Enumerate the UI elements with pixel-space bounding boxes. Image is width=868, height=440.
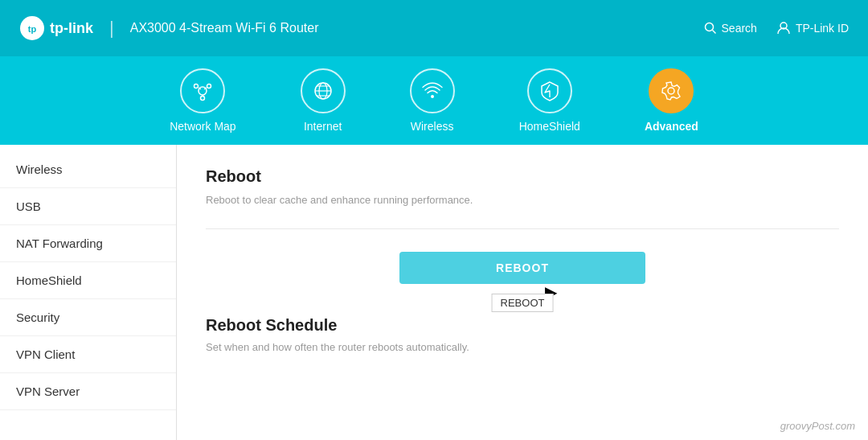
advanced-icon	[660, 80, 682, 102]
sidebar-item-wireless[interactable]: Wireless	[0, 151, 176, 188]
sidebar-item-vpn-client[interactable]: VPN Client	[0, 336, 176, 373]
nav-item-network-map[interactable]: Network Map	[170, 68, 235, 133]
nav-label-internet: Internet	[304, 120, 342, 133]
nav-label-wireless: Wireless	[411, 120, 454, 133]
watermark: groovyPost.com	[780, 420, 855, 432]
nav-item-advanced[interactable]: Advanced	[645, 68, 698, 133]
sidebar-item-nat-forwarding[interactable]: NAT Forwarding	[0, 225, 176, 262]
search-icon	[704, 22, 717, 35]
svg-point-6	[194, 84, 199, 88]
reboot-section-desc: Reboot to clear cache and enhance runnin…	[206, 194, 839, 206]
network-map-icon	[191, 80, 214, 102]
header-right: Search TP-Link ID	[704, 21, 849, 35]
search-label: Search	[722, 22, 757, 35]
router-model: AX3000 4-Stream Wi-Fi 6 Router	[130, 21, 319, 35]
search-button[interactable]: Search	[704, 22, 757, 35]
account-label: TP-Link ID	[796, 22, 849, 35]
reboot-tooltip: REBOOT	[492, 294, 554, 312]
internet-icon-circle	[301, 68, 346, 113]
nav-bar: Network Map Internet Wireless	[0, 56, 868, 145]
homeshield-icon-circle	[527, 68, 572, 113]
sidebar: Wireless USB NAT Forwarding HomeShield S…	[0, 145, 177, 440]
sidebar-item-homeshield[interactable]: HomeShield	[0, 262, 176, 299]
reboot-section-title: Reboot	[206, 167, 839, 186]
sidebar-item-vpn-server[interactable]: VPN Server	[0, 373, 176, 410]
main-wrapper: Wireless USB NAT Forwarding HomeShield S…	[0, 145, 868, 440]
header: tp tp-link | AX3000 4-Stream Wi-Fi 6 Rou…	[0, 0, 868, 56]
logo-text: tp-link	[50, 20, 93, 37]
svg-line-3	[712, 31, 715, 34]
nav-label-advanced: Advanced	[645, 120, 698, 133]
network-map-icon-circle	[180, 68, 225, 113]
internet-icon	[312, 80, 334, 102]
nav-item-internet[interactable]: Internet	[301, 68, 346, 133]
wireless-icon	[421, 80, 444, 102]
svg-point-2	[705, 23, 713, 31]
svg-point-7	[207, 84, 211, 88]
svg-point-17	[431, 95, 434, 98]
svg-point-18	[668, 88, 674, 94]
svg-point-8	[201, 97, 205, 101]
schedule-section: Reboot Schedule Set when and how often t…	[206, 316, 839, 353]
sidebar-item-security[interactable]: Security	[0, 299, 176, 336]
schedule-desc: Set when and how often the router reboot…	[206, 341, 839, 353]
reboot-button[interactable]: REBOOT	[399, 252, 645, 284]
content-area: Reboot Reboot to clear cache and enhance…	[177, 145, 868, 440]
reboot-button-wrapper: REBOOT ▶ REBOOT	[206, 252, 839, 284]
schedule-title: Reboot Schedule	[206, 316, 839, 335]
wireless-icon-circle	[410, 68, 455, 113]
account-icon	[776, 21, 791, 35]
header-left: tp tp-link | AX3000 4-Stream Wi-Fi 6 Rou…	[19, 15, 318, 41]
svg-text:tp: tp	[28, 24, 37, 34]
header-divider: |	[109, 18, 114, 39]
nav-item-wireless[interactable]: Wireless	[410, 68, 455, 133]
advanced-icon-circle	[649, 68, 694, 113]
nav-label-homeshield: HomeShield	[519, 120, 580, 133]
nav-item-homeshield[interactable]: HomeShield	[519, 68, 580, 133]
account-button[interactable]: TP-Link ID	[776, 21, 849, 35]
divider	[206, 228, 839, 229]
logo: tp tp-link	[19, 15, 93, 41]
sidebar-item-usb[interactable]: USB	[0, 188, 176, 225]
homeshield-icon	[538, 80, 561, 102]
tplink-logo-icon: tp	[19, 15, 45, 41]
nav-label-network-map: Network Map	[170, 120, 235, 133]
